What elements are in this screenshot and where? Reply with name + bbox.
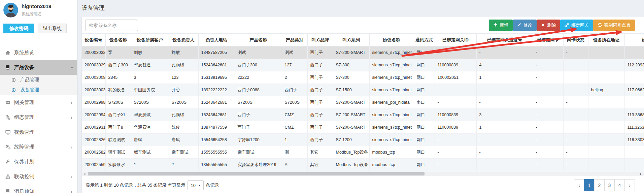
sidebar-item-联动控制[interactable]: 联动控制 ‹ (0, 169, 77, 184)
cell: 华辰测试 (131, 109, 169, 121)
cell (624, 96, 644, 109)
column-header-协议名称[interactable]: 协议名称 (369, 34, 414, 46)
修改-button[interactable]: 修改 (513, 20, 537, 31)
table-row[interactable]: 200002559实验废水1213555555555实验室废水处理2019A其它… (82, 159, 644, 171)
pager-next[interactable]: › (624, 179, 635, 191)
plus-icon (493, 23, 498, 28)
cell: CMZ (282, 109, 307, 121)
column-header-设备名称[interactable]: 设备名称 (105, 34, 131, 46)
pager-prev[interactable]: ‹ (574, 179, 584, 191)
cell: siemens_s7tcp_hinet (369, 71, 414, 84)
cell (624, 146, 644, 159)
绑定网关-button[interactable]: 绑定网关 (560, 20, 593, 31)
cell: 15546654258 (198, 134, 235, 146)
sidebar-item-视频管理[interactable]: 视频管理 (0, 125, 77, 139)
cell: 实验废水 (105, 159, 131, 171)
cell: S7200S (131, 96, 169, 109)
sidebar-item-消息通知[interactable]: 消息通知 ‹ (0, 184, 77, 193)
cell: 刘敏 (169, 46, 198, 59)
cell: S7-200-SMART (333, 46, 369, 59)
cell: S7200S (169, 96, 198, 109)
column-header-PLC品牌[interactable]: PLC品牌 (307, 34, 333, 46)
强制同步点表-button[interactable]: 强制同步点表 (593, 20, 635, 31)
cell: 110000839 (435, 109, 476, 121)
sidebar-item-设备管理[interactable]: 设备管理 (0, 85, 77, 95)
新增-button[interactable]: 新增 (489, 20, 513, 31)
pager-page-2[interactable]: 2 (594, 179, 605, 191)
page-title: 设备管理 (82, 4, 105, 12)
table-row[interactable]: 200002582猴车测试猴车测试猴车测试15555555555猴车测试测其它M… (82, 146, 644, 159)
cell: 4 (476, 59, 533, 71)
link-icon (565, 23, 569, 28)
cell: 15243642681 (198, 96, 235, 109)
cell: 实验室废水处理2019 (235, 159, 282, 171)
cell: A (282, 159, 307, 171)
cell: 2345 (105, 71, 131, 84)
scroll-left-icon[interactable]: ◂ (82, 172, 87, 175)
column-header-网卡状态[interactable]: 网卡状态 (563, 34, 588, 46)
cell: siemens_s7tcp_hinet (369, 59, 414, 71)
table-row[interactable]: 200003003我的设备中国国务院开心18922222222西门子0088西门… (82, 84, 644, 96)
column-header-已绑定网关ID[interactable]: 已绑定网关ID (435, 34, 476, 46)
table-row[interactable]: 200002826联通测试唐斌唐斌15546654258字符串12001西门子S… (82, 134, 644, 146)
sidebar-item-故障管理[interactable]: 故障管理 ‹ (0, 139, 77, 154)
user-role: 系统管理员 (22, 11, 42, 17)
user-name: hignton2019 (22, 3, 51, 9)
cell: Modbus_Tcp设备 (333, 146, 369, 159)
column-header-设备负责人[interactable]: 设备负责人 (169, 34, 198, 46)
pager-page-4[interactable]: 4 (614, 179, 625, 191)
table-row[interactable]: 200002998S7200SS7200SS7200S15243642681S7… (82, 96, 644, 109)
sidebar-item-保养计划[interactable]: 保养计划 (0, 154, 77, 169)
column-header-负责人电话[interactable]: 负责人电话 (198, 34, 235, 46)
scroll-right-icon[interactable]: ▸ (638, 172, 644, 175)
column-header-产品名称[interactable]: 产品名称 (235, 34, 282, 46)
column-header-经度[interactable]: 经度 (624, 34, 644, 46)
column-header-PLC系列[interactable]: PLC系列 (333, 34, 369, 46)
cell: 22222 (235, 71, 282, 84)
film-icon (5, 100, 14, 105)
sidebar-item-产品设备[interactable]: 产品设备 ‹ (0, 60, 77, 75)
cell: S7-200-SMART (333, 109, 369, 121)
cell: 西门子 (307, 84, 333, 96)
sidebar-item-系统总览[interactable]: 系统总览 (0, 45, 77, 60)
table-row[interactable]: 200002994西门子XI华辰测试孔雨绵15243642681西门子CMZ西门… (82, 109, 644, 121)
sidebar-item-网关管理[interactable]: 网关管理 ‹ (0, 95, 77, 110)
table-row[interactable]: 200003029西门子300华辰智通孔雨绵15243642681西门子3001… (82, 59, 644, 71)
cell: 200003003 (82, 84, 105, 96)
pager-page-3[interactable]: 3 (604, 179, 615, 191)
horizontal-scrollbar[interactable]: ◂ ▸ (82, 171, 644, 176)
logout-button[interactable]: 退出系统 (38, 24, 67, 33)
删除-button[interactable]: 删除 (537, 20, 560, 31)
page-size-dropdown[interactable]: 10 ▲ (188, 180, 203, 190)
table-row[interactable]: 2000030082345312315318919695222222西门子S7-… (82, 71, 644, 84)
column-header-设备编号[interactable]: 设备编号 (82, 34, 105, 46)
cell (624, 46, 644, 59)
pager-page-1[interactable]: 1 (584, 179, 595, 191)
table-row[interactable]: 200003032泵刘敏刘敏13487587205测试测试西门子S7-200-S… (82, 46, 644, 59)
chevron-left-icon: ‹ (71, 189, 72, 193)
change-password-button[interactable]: 修改密码 (3, 24, 34, 33)
cell: - (435, 159, 476, 171)
device-table: 设备编号设备名称设备所属客户设备负责人负责人电话产品名称产品类别PLC品牌PLC… (82, 33, 644, 171)
cell: 猴车测试 (235, 146, 282, 159)
cell: siemens_s7tcp_hinet (369, 84, 414, 96)
column-header-通讯方式[interactable]: 通讯方式 (414, 34, 435, 46)
column-header-已绑定网卡[interactable]: 已绑定网卡 (533, 34, 563, 46)
scrollbar-track[interactable] (87, 172, 638, 176)
cell: 18922222222 (198, 84, 235, 96)
column-header-产品类别[interactable]: 产品类别 (282, 34, 307, 46)
cell: 陈俊 (169, 121, 198, 134)
cell: - (533, 134, 563, 146)
cell: - (435, 84, 476, 96)
column-header-设备所属客户[interactable]: 设备所属客户 (131, 34, 169, 46)
cell: - (563, 146, 588, 159)
column-header-设备所在地址[interactable]: 设备所在地址 (588, 34, 624, 46)
toolbar: 新增 修改 删除 绑定网关 强制同步点表 (489, 20, 635, 31)
search-input[interactable] (85, 20, 138, 31)
sidebar-item-产品管理[interactable]: 产品管理 (0, 75, 77, 85)
cell: 100002051 (435, 71, 476, 84)
column-header-已绑定网关通道号[interactable]: 已绑定网关通道号 (476, 34, 533, 46)
sidebar-item-组态管理[interactable]: 组态管理 ‹ (0, 110, 77, 125)
scrollbar-thumb[interactable] (88, 172, 425, 175)
table-row[interactable]: 200002931西门子8华通石油陈俊18874877559西门子CMZ西门子S… (82, 121, 644, 134)
